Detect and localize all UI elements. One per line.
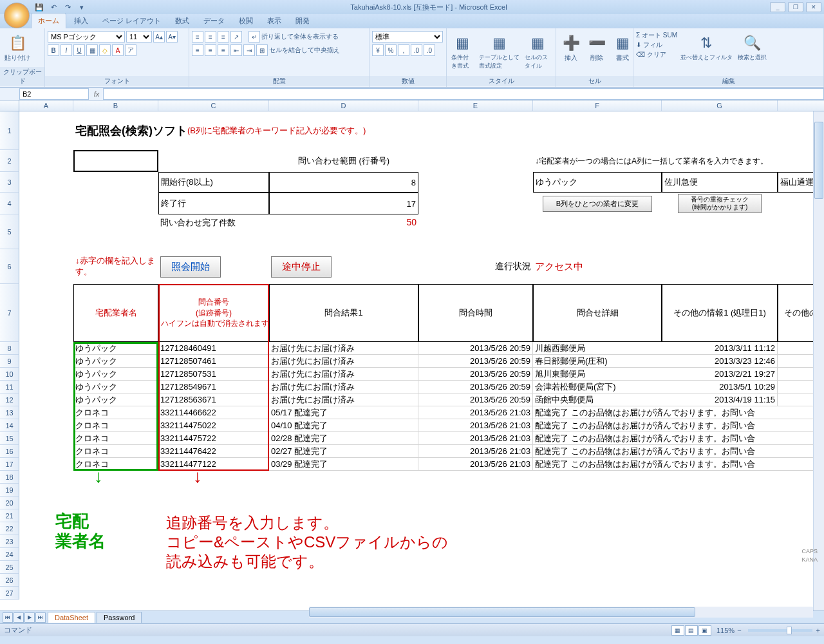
indent-inc-icon[interactable]: ⇥ xyxy=(243,44,255,56)
col-header-c[interactable]: C xyxy=(158,100,269,111)
paste-button[interactable]: 📋貼り付け xyxy=(3,31,32,64)
align-right-icon[interactable]: ≡ xyxy=(218,44,229,56)
change-column-button[interactable]: B列をひとつの業者に変更 xyxy=(543,196,652,212)
cell[interactable]: 開始行(8以上) xyxy=(158,172,269,193)
zoom-in-button[interactable]: + xyxy=(816,627,820,634)
cell[interactable]: クロネコ xyxy=(73,432,158,445)
cell[interactable]: ゆうパック xyxy=(73,355,158,368)
row-header[interactable]: 13 xyxy=(0,406,19,419)
cell[interactable]: 番号の重複チェック (時間がかかります) xyxy=(662,193,778,214)
cell[interactable]: 2013/5/26 21:03 xyxy=(418,432,533,445)
tab-insert[interactable]: 挿入 xyxy=(68,14,95,28)
cell[interactable]: 2013/5/26 21:03 xyxy=(418,419,533,432)
cell[interactable]: 配達完了 このお品物はお届けが済んでおります。お問い合 xyxy=(533,445,824,458)
cell[interactable]: ゆうパック xyxy=(73,393,158,406)
conditional-format-button[interactable]: ▦条件付き書式 xyxy=(449,31,476,72)
inc-decimal-icon[interactable]: .0 xyxy=(411,44,422,56)
font-name-select[interactable]: MS Pゴシック xyxy=(48,31,125,43)
cell[interactable]: 127128507531 xyxy=(158,368,269,381)
formula-input[interactable] xyxy=(103,88,824,100)
tab-view[interactable]: 表示 xyxy=(261,14,288,28)
cell-style-button[interactable]: ▦セルのスタイル xyxy=(523,31,553,72)
cell[interactable]: クロネコ xyxy=(73,419,158,432)
cell[interactable]: お届け先にお届け済み xyxy=(269,368,418,381)
cell[interactable]: 問合番号(追跡番号)ハイフンは自動で消去されます。) xyxy=(158,284,269,342)
row-header[interactable]: 12 xyxy=(0,393,19,406)
row-header[interactable]: 8 xyxy=(0,342,19,355)
fill-color-button[interactable]: ◇ xyxy=(99,44,111,56)
view-normal-button[interactable]: ▦ xyxy=(671,625,684,636)
cell[interactable]: 2013/5/1 10:29 xyxy=(662,381,778,393)
col-header-f[interactable]: F xyxy=(533,100,662,111)
clear-button[interactable]: ⌫ クリア xyxy=(636,50,677,59)
fx-icon[interactable]: fx xyxy=(90,90,103,98)
col-header-a[interactable]: A xyxy=(19,100,73,111)
bold-button[interactable]: B xyxy=(48,44,59,56)
merge-center-button[interactable]: セルを結合して中央揃え xyxy=(269,46,340,55)
dec-decimal-icon[interactable]: .0 xyxy=(424,44,435,56)
save-icon[interactable]: 💾 xyxy=(33,1,45,13)
fill-button[interactable]: ⬇ フィル xyxy=(636,41,677,50)
currency-icon[interactable]: ¥ xyxy=(372,44,384,56)
row-header[interactable]: 25 xyxy=(0,561,19,574)
cell[interactable]: 332114475022 xyxy=(158,419,269,432)
row-header[interactable]: 15 xyxy=(0,432,19,445)
cell[interactable]: 332114476422 xyxy=(158,445,269,458)
stop-query-button[interactable]: 途中停止 xyxy=(271,256,332,278)
cell[interactable]: ゆうパック xyxy=(533,172,662,193)
name-box[interactable]: B2 xyxy=(19,88,89,100)
autosum-button[interactable]: Σ オート SUM xyxy=(636,31,677,40)
worksheet[interactable]: A B C D E F G 12345678910111213141516171… xyxy=(0,100,824,611)
cell[interactable]: 問合結果1 xyxy=(269,284,418,342)
cell[interactable]: 50 xyxy=(269,214,418,249)
cell[interactable]: ↓赤字の欄を記入します。 xyxy=(73,249,158,284)
col-header-g[interactable]: G xyxy=(662,100,778,111)
row-header[interactable]: 9 xyxy=(0,355,19,368)
cell[interactable]: 問い合わせ範囲 (行番号) xyxy=(269,150,418,172)
cell[interactable]: 127128549671 xyxy=(158,381,269,393)
sheet-tab-password[interactable]: Password xyxy=(97,612,142,623)
cell[interactable]: 佐川急便 xyxy=(662,172,778,193)
italic-button[interactable]: I xyxy=(61,44,72,56)
tab-formulas[interactable]: 数式 xyxy=(169,14,196,28)
tab-data[interactable]: データ xyxy=(197,14,231,28)
format-table-button[interactable]: ▦テーブルとして書式設定 xyxy=(477,31,522,72)
zoom-out-button[interactable]: − xyxy=(737,627,741,634)
cell[interactable]: 終了行 xyxy=(158,193,269,214)
row-header[interactable]: 1 xyxy=(0,111,19,150)
cell[interactable]: 127128507461 xyxy=(158,355,269,368)
office-button[interactable] xyxy=(4,3,30,28)
row-header[interactable]: 5 xyxy=(0,214,19,249)
shrink-font-icon[interactable]: A▾ xyxy=(166,31,178,43)
redo-icon[interactable]: ↷ xyxy=(62,1,73,13)
cell[interactable] xyxy=(73,150,158,172)
cell[interactable]: 02/27 配達完了 xyxy=(269,445,418,458)
row-header[interactable]: 7 xyxy=(0,284,19,342)
row-header[interactable]: 3 xyxy=(0,172,19,193)
row-header[interactable]: 23 xyxy=(0,535,19,548)
cell[interactable]: 2013/3/11 11:12 xyxy=(662,342,778,355)
vertical-scrollbar[interactable] xyxy=(813,111,824,611)
row-header[interactable]: 2 xyxy=(0,150,19,172)
cell[interactable]: ゆうパック xyxy=(73,342,158,355)
close-button[interactable]: ✕ xyxy=(806,2,821,12)
cell[interactable]: 宅配業者名 xyxy=(73,284,158,342)
cell[interactable]: ↓宅配業者が一つの場合にはA列に一括して業者名を入力できます。 xyxy=(533,150,824,172)
select-all-corner[interactable] xyxy=(0,100,19,111)
row-header[interactable]: 16 xyxy=(0,445,19,458)
sort-filter-button[interactable]: ⇅並べ替えとフィルタ xyxy=(679,31,735,64)
cell[interactable]: 照会開始 xyxy=(158,249,269,284)
align-left-icon[interactable]: ≡ xyxy=(192,44,203,56)
row-header[interactable]: 14 xyxy=(0,419,19,432)
cell[interactable]: 2013/2/21 19:27 xyxy=(662,368,778,381)
row-header[interactable]: 18 xyxy=(0,471,19,484)
minimize-button[interactable]: _ xyxy=(770,2,785,12)
row-header[interactable]: 4 xyxy=(0,193,19,214)
cell[interactable]: 問合時間 xyxy=(418,284,533,342)
align-top-icon[interactable]: ≡ xyxy=(192,31,203,43)
cell[interactable]: 問合せ詳細 xyxy=(533,284,662,342)
cell[interactable]: 2013/5/26 20:59 xyxy=(418,355,533,368)
cell[interactable]: 2013/5/26 20:59 xyxy=(418,381,533,393)
tab-nav-next[interactable]: ▶ xyxy=(24,612,35,623)
view-layout-button[interactable]: ▤ xyxy=(685,625,698,636)
